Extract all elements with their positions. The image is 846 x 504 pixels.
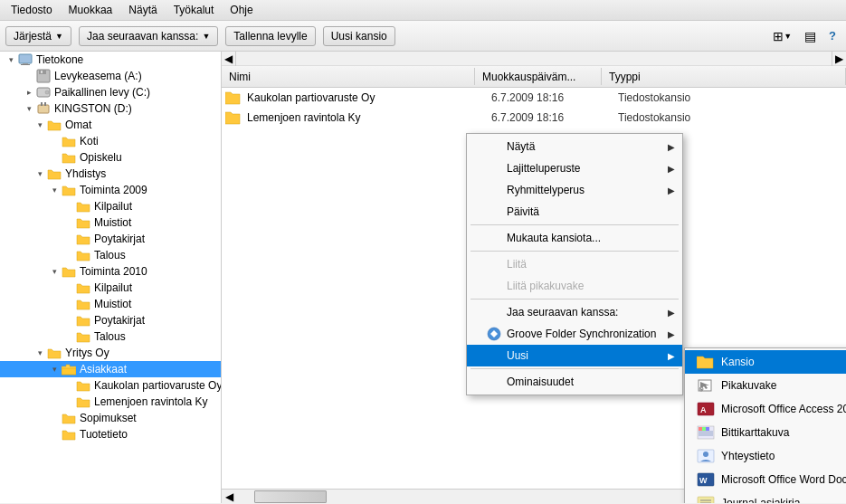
share-button[interactable]: Jaa seuraavan kanssa: ▼ (79, 26, 218, 46)
menu-muokkaa[interactable]: Muokkaa (62, 2, 120, 18)
tree-item-kilpailut1[interactable]: Kilpailut (0, 198, 221, 214)
tree-item-koti[interactable]: Koti (0, 133, 221, 149)
preview-button[interactable]: ▤ (800, 26, 821, 46)
arrange-button[interactable]: Järjestä ▼ (5, 26, 71, 46)
view-toggle-button[interactable]: ⊞ ▼ (768, 26, 796, 46)
tree-item-computer[interactable]: ▾ Tietokone (0, 52, 221, 68)
toggle-asiakkaat[interactable]: ▾ (47, 362, 62, 376)
talous1-label: Talous (92, 249, 126, 262)
tree-item-yhdistys[interactable]: ▾ Yhdistys (0, 166, 221, 182)
sub-word[interactable]: W Microsoft Office Word Document (685, 468, 846, 491)
ctx-paivita[interactable]: Päivitä (467, 201, 682, 223)
submenu-uusi: Kansio Pikakuvake (684, 347, 846, 503)
toggle-kaukolan (62, 378, 76, 393)
sub-bitmap[interactable]: Bittikarttakuva (685, 421, 846, 444)
tree-item-yritys[interactable]: ▾ Yritys Oy (0, 345, 221, 361)
tree-item-toiminta2009[interactable]: ▾ Toiminta 2009 (0, 182, 221, 198)
tree-item-drive-c[interactable]: ▸ Paikallinen levy (C:) (0, 84, 221, 100)
menu-tyokalut[interactable]: Työkalut (166, 2, 222, 18)
scroll-right-button[interactable]: ▶ (832, 52, 846, 66)
help-button[interactable]: ? (824, 26, 841, 45)
tree-item-poytakirjat1[interactable]: Poytakirjat (0, 231, 221, 247)
toggle-toiminta2010[interactable]: ▾ (47, 264, 62, 279)
tree-item-muistiot1[interactable]: Muistiot (0, 214, 221, 231)
opiskelu-label: Opiskelu (78, 151, 122, 164)
ctx-nayta[interactable]: Näytä ▶ (467, 136, 682, 157)
folder-m1-icon (76, 215, 90, 230)
ctx-ryhmittely[interactable]: Ryhmittelyperus ▶ (467, 179, 682, 201)
kaukolan-label: Kaukolan partiovaruste Oy (92, 379, 221, 392)
svg-rect-8 (38, 105, 49, 113)
sub-contact[interactable]: Yhteystieto (685, 444, 846, 468)
col-date-header[interactable]: Muokkauspäiväm... (475, 68, 602, 85)
sub-journal[interactable]: Journal-asiakirja (685, 491, 846, 503)
ctx-groove-arrow: ▶ (668, 329, 675, 339)
ctx-liita-pika[interactable]: Liitä pikakuvake (467, 275, 682, 297)
folder-p2-icon (76, 313, 90, 328)
menu-ohje[interactable]: Ohje (223, 2, 260, 18)
talous2-label: Talous (92, 330, 126, 343)
scroll-left-button[interactable]: ◀ (222, 52, 236, 66)
tree-item-sopimukset[interactable]: Sopimukset (0, 410, 221, 426)
menubar: Tiedosto Muokkaa Näytä Työkalut Ohje (0, 0, 846, 21)
ctx-jaa[interactable]: Jaa seuraavan kanssa: ▶ (467, 301, 682, 323)
sub-kansio[interactable]: Kansio (685, 350, 846, 374)
folder-t2009-icon (62, 183, 76, 197)
ctx-groove[interactable]: Groove Folder Synchronization ▶ (467, 323, 682, 345)
toggle-p1 (62, 232, 76, 246)
ctx-mukauta[interactable]: Mukauta kansiota... (467, 227, 682, 249)
sub-access[interactable]: A Microsoft Office Access 2007 Database (685, 397, 846, 421)
tree-item-talous2[interactable]: Talous (0, 328, 221, 345)
new-folder-button[interactable]: Uusi kansio (323, 26, 395, 46)
tree-item-opiskelu[interactable]: Opiskelu (0, 149, 221, 166)
ctx-uusi[interactable]: Uusi ▶ (467, 345, 682, 366)
tree-item-drive-a[interactable]: Levykeasema (A:) (0, 68, 221, 84)
toggle-yhdistys[interactable]: ▾ (33, 166, 47, 181)
sub-pikakuvake[interactable]: Pikakuvake (685, 374, 846, 397)
tree-item-muistiot2[interactable]: Muistiot (0, 296, 221, 312)
menu-nayta[interactable]: Näytä (121, 2, 164, 18)
toggle-computer[interactable]: ▾ (4, 52, 18, 67)
toggle-toiminta2009[interactable]: ▾ (47, 183, 62, 197)
poytakirjat2-label: Poytakirjat (92, 314, 145, 327)
ctx-liita[interactable]: Liitä (467, 253, 682, 275)
menu-tiedosto[interactable]: Tiedosto (4, 2, 60, 18)
ctx-lajittelu[interactable]: Lajitteluperuste ▶ (467, 157, 682, 179)
arrange-label: Järjestä (14, 30, 52, 43)
view-arrow-icon: ▼ (784, 32, 792, 41)
col-type-header[interactable]: Tyyppi (602, 68, 846, 85)
omat-label: Omat (63, 119, 91, 131)
sub-contact-icon (696, 448, 716, 464)
tree-item-lemenjoen[interactable]: Lemenjoen ravintola Ky (0, 394, 221, 410)
sub-access-icon: A (696, 401, 716, 417)
ctx-liita-icon (485, 257, 503, 271)
tree-item-asiakkaat[interactable]: ▾ Asiakkaat (0, 361, 221, 377)
save-label: Tallenna levylle (233, 30, 307, 43)
tree-item-poytakirjat2[interactable]: Poytakirjat (0, 312, 221, 328)
tree-item-tuotetieto[interactable]: Tuotetieto (0, 426, 221, 442)
toggle-k1 (62, 199, 76, 214)
t2009-label: Toiminta 2009 (78, 184, 147, 196)
tree-item-kilpailut2[interactable]: Kilpailut (0, 280, 221, 296)
tree-item-talous1[interactable]: Talous (0, 247, 221, 263)
ctx-uusi-icon (485, 348, 503, 363)
folder-m2-icon (76, 297, 90, 311)
tree-item-toiminta2010[interactable]: ▾ Toiminta 2010 (0, 263, 221, 280)
tree-item-omat[interactable]: ▾ Omat (0, 117, 221, 133)
tuotetieto-label: Tuotetieto (78, 428, 128, 441)
folder-omat-icon (47, 118, 62, 132)
ctx-ominaisuudet[interactable]: Ominaisuudet (467, 371, 682, 393)
save-button[interactable]: Tallenna levylle (225, 26, 315, 46)
tree-item-kaukolan[interactable]: Kaukolan partiovaruste Oy (0, 377, 221, 394)
ctx-ominaisuudet-icon (485, 375, 503, 389)
toggle-drive-d[interactable]: ▾ (22, 101, 36, 116)
asiakkaat-label: Asiakkaat (78, 363, 127, 376)
tree-panel[interactable]: ▾ Tietokone Levykeasema (A:) ▸ (0, 52, 222, 503)
muistiot2-label: Muistiot (92, 298, 131, 310)
col-name-header[interactable]: Nimi (222, 68, 475, 85)
toggle-omat[interactable]: ▾ (33, 118, 47, 132)
tree-item-drive-d[interactable]: ▾ KINGSTON (D:) (0, 100, 221, 117)
ctx-uusi-arrow: ▶ (668, 351, 675, 361)
toggle-drive-c[interactable]: ▸ (22, 85, 36, 100)
toggle-yritys[interactable]: ▾ (33, 346, 47, 360)
